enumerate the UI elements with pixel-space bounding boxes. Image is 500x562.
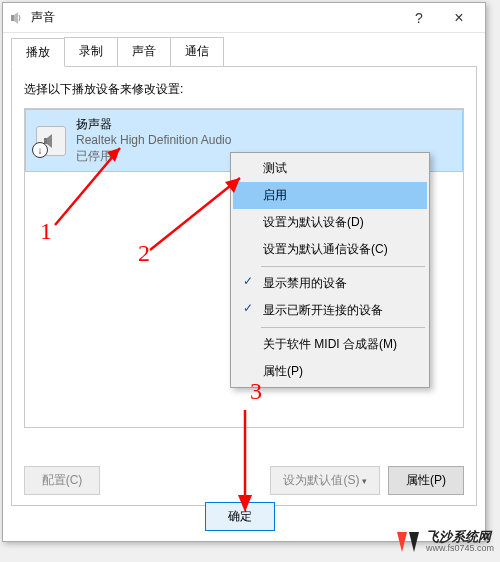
menu-about-midi[interactable]: 关于软件 MIDI 合成器(M): [233, 331, 427, 358]
close-button[interactable]: ×: [439, 4, 479, 32]
menu-properties[interactable]: 属性(P): [233, 358, 427, 385]
svg-marker-3: [47, 134, 52, 148]
properties-button[interactable]: 属性(P): [388, 466, 464, 495]
menu-show-disconnected[interactable]: ✓ 显示已断开连接的设备: [233, 297, 427, 324]
app-icon: [9, 10, 25, 26]
set-default-button[interactable]: 设为默认值(S): [270, 466, 380, 495]
ok-button[interactable]: 确定: [205, 502, 275, 531]
device-button-row: 配置(C) 设为默认值(S) 属性(P): [24, 466, 464, 495]
svg-marker-11: [409, 532, 419, 552]
svg-marker-10: [397, 532, 407, 552]
tab-sounds[interactable]: 声音: [117, 37, 171, 66]
titlebar: 声音 ? ×: [3, 3, 485, 33]
window-title: 声音: [31, 9, 399, 26]
menu-enable[interactable]: 启用: [233, 182, 427, 209]
device-status: 已停用: [76, 148, 231, 164]
device-text: 扬声器 Realtek High Definition Audio 已停用: [76, 116, 231, 165]
watermark-title: 飞沙系统网: [426, 530, 494, 544]
watermark-url: www.fs0745.com: [426, 544, 494, 554]
speaker-icon: ↓: [34, 116, 68, 156]
tab-communications[interactable]: 通信: [170, 37, 224, 66]
menu-set-default[interactable]: 设置为默认设备(D): [233, 209, 427, 236]
menu-separator: [261, 266, 425, 267]
menu-show-disabled[interactable]: ✓ 显示禁用的设备: [233, 270, 427, 297]
configure-button[interactable]: 配置(C): [24, 466, 100, 495]
check-icon: ✓: [241, 274, 255, 288]
menu-show-disabled-label: 显示禁用的设备: [263, 276, 347, 290]
menu-set-comm[interactable]: 设置为默认通信设备(C): [233, 236, 427, 263]
tab-bar: 播放 录制 声音 通信: [3, 33, 485, 66]
menu-test[interactable]: 测试: [233, 155, 427, 182]
svg-rect-0: [11, 15, 14, 21]
device-name: 扬声器: [76, 116, 231, 132]
check-icon: ✓: [241, 301, 255, 315]
disabled-badge-icon: ↓: [32, 142, 48, 158]
watermark: 飞沙系统网 www.fs0745.com: [394, 528, 494, 556]
device-driver: Realtek High Definition Audio: [76, 132, 231, 148]
context-menu: 测试 启用 设置为默认设备(D) 设置为默认通信设备(C) ✓ 显示禁用的设备 …: [230, 152, 430, 388]
menu-separator: [261, 327, 425, 328]
dialog-buttons: 确定: [3, 502, 477, 531]
watermark-logo-icon: [394, 528, 422, 556]
instruction-text: 选择以下播放设备来修改设置:: [24, 81, 464, 98]
help-button[interactable]: ?: [399, 4, 439, 32]
tab-recording[interactable]: 录制: [64, 37, 118, 66]
svg-marker-1: [14, 12, 18, 24]
menu-show-disconnected-label: 显示已断开连接的设备: [263, 303, 383, 317]
tab-playback[interactable]: 播放: [11, 38, 65, 67]
